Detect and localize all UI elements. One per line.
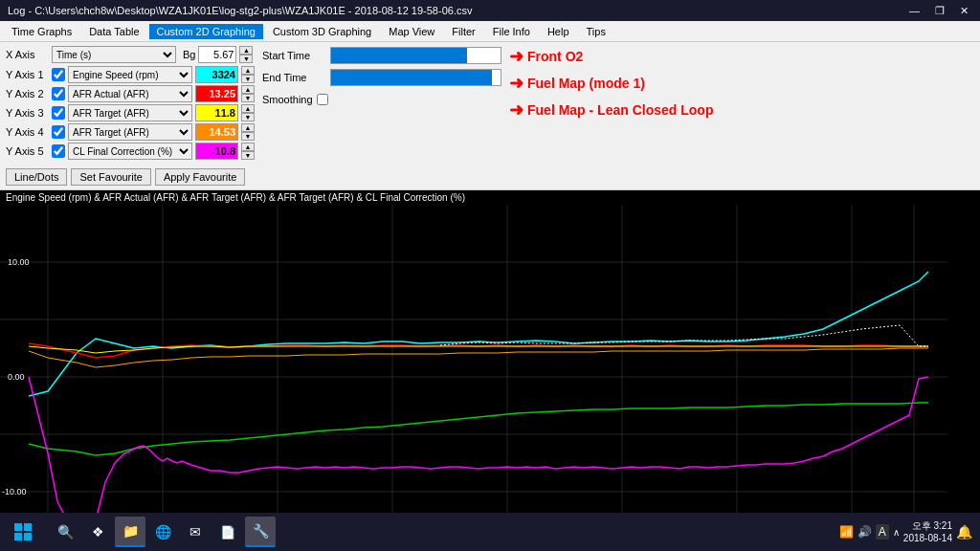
menu-filter[interactable]: Filter <box>444 24 482 39</box>
mail-icon[interactable]: ✉ <box>180 517 211 547</box>
y1-label: Y Axis 1 <box>6 69 49 80</box>
task-view-icon[interactable]: ❖ <box>82 517 113 547</box>
y3-value[interactable] <box>195 104 238 121</box>
network-icon: 📶 <box>839 525 854 539</box>
start-time-bar[interactable] <box>330 47 501 64</box>
app-icon[interactable]: 🔧 <box>245 517 276 547</box>
line-dots-button[interactable]: Line/Dots <box>6 168 67 186</box>
y2-select[interactable]: AFR Actual (AFR) <box>68 85 192 102</box>
y5-select[interactable]: CL Final Correction (%) <box>68 143 192 160</box>
menu-help[interactable]: Help <box>540 24 577 39</box>
ann-front-o2: ➜ Front O2 <box>509 46 974 67</box>
file-explorer-icon[interactable]: 📁 <box>115 517 145 547</box>
y3-label: Y Axis 3 <box>6 107 49 119</box>
ann-fuel-map-lean-text: Fuel Map - Lean Closed Loop <box>527 102 713 118</box>
bg-spinner[interactable]: ▲ ▼ <box>239 46 253 63</box>
svg-text:10.00: 10.00 <box>8 257 30 267</box>
volume-icon: 🔊 <box>858 525 872 539</box>
y3-checkbox[interactable] <box>52 106 65 120</box>
start-time-row: Start Time <box>262 46 501 65</box>
end-time-bar[interactable] <box>330 69 501 86</box>
graph-svg: 10.00 0.00 -10.00 4.00 6.00 8.00 10.00 1… <box>0 205 980 513</box>
bg-label: Bg <box>183 49 195 60</box>
taskbar-start-button[interactable] <box>0 513 46 551</box>
menu-time-graphs[interactable]: Time Graphs <box>4 24 79 39</box>
y-axis-row-2: Y Axis 2 AFR Actual (AFR) ▲▼ <box>6 84 255 103</box>
time-controls: Start Time End Time Smoothing <box>262 46 501 161</box>
menu-custom-2d[interactable]: Custom 2D Graphing <box>149 24 263 39</box>
y1-select[interactable]: Engine Speed (rpm) <box>68 66 192 83</box>
menu-map-view[interactable]: Map View <box>381 24 442 39</box>
svg-rect-28 <box>14 533 22 540</box>
y1-spinner[interactable]: ▲▼ <box>241 66 255 83</box>
arrow-3: ➜ <box>509 99 523 121</box>
bg-value-input[interactable] <box>198 46 236 63</box>
windows-icon <box>13 522 33 541</box>
menu-tips[interactable]: Tips <box>579 24 613 39</box>
y5-label: Y Axis 5 <box>6 145 49 157</box>
menu-bar: Time Graphs Data Table Custom 2D Graphin… <box>0 21 980 42</box>
y4-spinner[interactable]: ▲▼ <box>241 123 255 141</box>
y4-value[interactable] <box>195 123 238 141</box>
y3-select[interactable]: AFR Target (AFR) <box>68 104 192 121</box>
svg-rect-29 <box>24 533 32 540</box>
menu-custom-3d[interactable]: Custom 3D Graphing <box>265 24 379 39</box>
x-axis-row: X Axis Time (s) Bg ▲ ▼ <box>6 46 255 63</box>
y4-select[interactable]: AFR Target (AFR) <box>68 123 192 141</box>
y4-checkbox[interactable] <box>52 125 65 139</box>
y2-value[interactable] <box>195 85 238 102</box>
system-tray-expand[interactable]: ∧ <box>893 527 900 538</box>
ann-fuel-map-lean: ➜ Fuel Map - Lean Closed Loop <box>509 99 974 121</box>
chart-container: Engine Speed (rpm) & AFR Actual (AFR) & … <box>0 190 980 513</box>
y5-checkbox[interactable] <box>52 144 65 158</box>
chart-canvas-area[interactable]: 10.00 0.00 -10.00 4.00 6.00 8.00 10.00 1… <box>0 205 980 513</box>
y4-label: Y Axis 4 <box>6 126 49 138</box>
x-axis-select[interactable]: Time (s) <box>52 46 176 63</box>
taskbar-icons: 🔍 ❖ 📁 🌐 ✉ 📄 🔧 <box>46 517 832 547</box>
close-button[interactable]: ✕ <box>956 5 972 17</box>
notifications-button[interactable]: 🔔 <box>956 524 972 540</box>
smoothing-checkbox[interactable] <box>317 94 328 105</box>
controls-wrapper: X Axis Time (s) Bg ▲ ▼ Y Axis 1 <box>0 42 980 190</box>
svg-text:0.00: 0.00 <box>8 372 25 382</box>
title-bar: Log - C:\Users\chch8w\Desktop\WZA1JK01E\… <box>0 0 980 21</box>
y-axis-row-3: Y Axis 3 AFR Target (AFR) ▲▼ <box>6 103 255 122</box>
ann-front-o2-text: Front O2 <box>527 49 583 64</box>
menu-file-info[interactable]: File Info <box>485 24 538 39</box>
taskbar-right: 📶 🔊 A ∧ 오후 3:21 2018-08-14 🔔 <box>832 519 980 544</box>
y5-spinner[interactable]: ▲▼ <box>241 143 255 160</box>
y5-value[interactable] <box>195 143 238 160</box>
smoothing-label: Smoothing <box>262 94 313 105</box>
browser-icon[interactable]: 🌐 <box>147 517 178 547</box>
y-axis-row-1: Y Axis 1 Engine Speed (rpm) ▲▼ <box>6 65 255 84</box>
clock[interactable]: 오후 3:21 2018-08-14 <box>903 519 952 544</box>
x-axis-label: X Axis <box>6 49 49 60</box>
y2-checkbox[interactable] <box>52 87 65 100</box>
taskbar: 🔍 ❖ 📁 🌐 ✉ 📄 🔧 📶 🔊 A ∧ 오후 3:21 2018-08-14… <box>0 513 980 551</box>
y2-label: Y Axis 2 <box>6 88 49 99</box>
end-time-label: End Time <box>262 72 324 83</box>
annotations: ➜ Front O2 ➜ Fuel Map (mode 1) ➜ Fuel Ma… <box>509 46 974 161</box>
pdf-icon[interactable]: 📄 <box>212 517 243 547</box>
y2-spinner[interactable]: ▲▼ <box>241 85 255 102</box>
y3-spinner[interactable]: ▲▼ <box>241 104 255 121</box>
minimize-button[interactable]: — <box>905 5 924 17</box>
notification-area: 📶 🔊 A ∧ <box>839 524 900 540</box>
menu-data-table[interactable]: Data Table <box>81 24 146 39</box>
arrow-1: ➜ <box>509 46 523 67</box>
y1-value[interactable] <box>195 66 238 83</box>
arrow-2: ➜ <box>509 73 523 94</box>
svg-text:-10.00: -10.00 <box>2 487 27 496</box>
smoothing-row: Smoothing <box>262 94 501 105</box>
ann-fuel-map: ➜ Fuel Map (mode 1) <box>509 73 974 94</box>
start-time-fill <box>331 48 467 63</box>
end-time-row: End Time <box>262 68 501 87</box>
keyboard-icon: A <box>876 524 889 540</box>
y1-checkbox[interactable] <box>52 68 65 81</box>
search-taskbar-icon[interactable]: 🔍 <box>50 517 80 547</box>
apply-favourite-button[interactable]: Apply Favourite <box>155 168 245 186</box>
set-favourite-button[interactable]: Set Favourite <box>71 168 150 186</box>
maximize-button[interactable]: ❐ <box>931 5 948 17</box>
ann-fuel-map-text: Fuel Map (mode 1) <box>527 76 645 91</box>
svg-rect-26 <box>14 523 22 531</box>
